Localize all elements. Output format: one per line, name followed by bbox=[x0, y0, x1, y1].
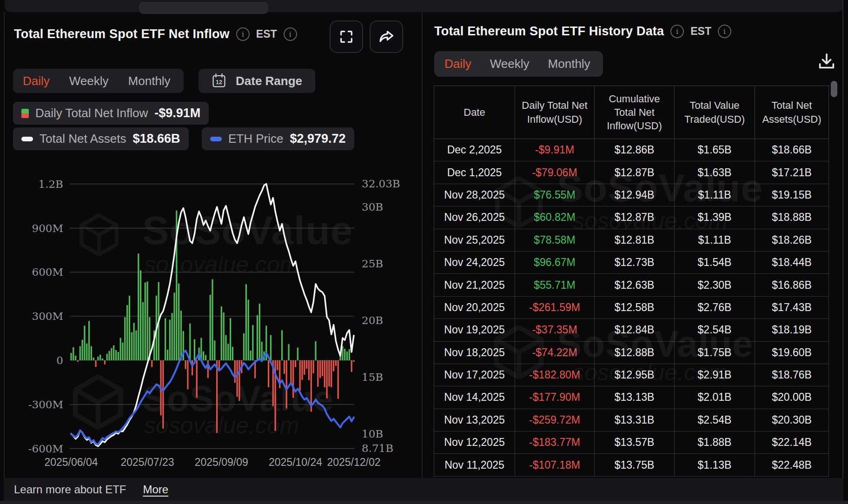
svg-text:20B: 20B bbox=[362, 314, 383, 326]
etf-dashboard: Total Ethereum Spot ETF Net Inflow EST D… bbox=[0, 0, 848, 504]
table-cell[interactable]: -$177.90M bbox=[515, 386, 595, 409]
table-cell[interactable]: $18.19B bbox=[755, 319, 829, 341]
table-cell[interactable]: $12.87B bbox=[595, 206, 675, 229]
table-cell[interactable]: -$9.91M bbox=[515, 139, 595, 161]
table-cell[interactable]: $2.91B bbox=[675, 364, 755, 386]
tab-monthly[interactable]: Monthly bbox=[548, 57, 590, 71]
table-title-info-icon[interactable] bbox=[670, 25, 684, 38]
table-row-date[interactable]: Nov 17,2025 bbox=[434, 364, 515, 386]
table-cell[interactable]: -$261.59M bbox=[515, 297, 595, 319]
table-cell[interactable]: $2.01B bbox=[675, 386, 755, 409]
table-cell[interactable]: $76.55M bbox=[515, 184, 595, 206]
table-cell[interactable]: $12.86B bbox=[595, 139, 675, 161]
table-cell[interactable]: $12.58B bbox=[595, 297, 675, 319]
table-cell[interactable]: -$182.80M bbox=[515, 364, 595, 386]
table-cell[interactable]: $1.39B bbox=[675, 206, 755, 229]
table-cell[interactable]: $12.95B bbox=[595, 364, 675, 386]
svg-text:8.71B: 8.71B bbox=[362, 442, 393, 454]
svg-text:-600M: -600M bbox=[28, 443, 63, 455]
table-cell[interactable]: $78.58M bbox=[515, 229, 595, 252]
download-button[interactable] bbox=[816, 51, 837, 74]
table-cell[interactable]: -$37.35M bbox=[515, 319, 595, 341]
svg-text:2025/10/24: 2025/10/24 bbox=[269, 456, 322, 468]
table-cell[interactable]: $1.63B bbox=[675, 161, 755, 184]
table-row-date[interactable]: Dec 2,2025 bbox=[434, 139, 515, 161]
table-cell[interactable]: $12.84B bbox=[595, 319, 675, 341]
table-row-date[interactable]: Nov 24,2025 bbox=[434, 252, 515, 274]
svg-text:2025/12/02: 2025/12/02 bbox=[327, 456, 380, 468]
table-row-date[interactable]: Nov 14,2025 bbox=[434, 386, 515, 409]
table-cell[interactable]: $17.43B bbox=[755, 297, 829, 319]
table-cell[interactable]: $18.66B bbox=[755, 139, 829, 161]
table-row-date[interactable]: Nov 19,2025 bbox=[434, 319, 515, 341]
table-cell[interactable]: $13.13B bbox=[595, 386, 675, 409]
table-cell[interactable]: $19.60B bbox=[755, 342, 829, 364]
timezone-label: EST bbox=[690, 25, 711, 38]
table-cell[interactable]: $1.13B bbox=[675, 454, 755, 476]
table-cell[interactable]: $1.54B bbox=[675, 252, 755, 274]
svg-text:1.2B: 1.2B bbox=[39, 178, 63, 190]
table-cell[interactable]: -$74.22M bbox=[515, 342, 595, 364]
table-cell[interactable]: $2.76B bbox=[675, 297, 755, 319]
table-row-date[interactable]: Nov 26,2025 bbox=[434, 206, 515, 229]
table-cell[interactable]: $20.30B bbox=[755, 409, 829, 431]
table-cell[interactable]: $1.88B bbox=[675, 431, 755, 454]
table-cell[interactable]: $12.87B bbox=[595, 161, 675, 184]
table-row-date[interactable]: Nov 18,2025 bbox=[434, 342, 515, 364]
table-cell[interactable]: $1.11B bbox=[675, 229, 755, 252]
table-row-date[interactable]: Nov 11,2025 bbox=[434, 454, 515, 476]
table-cell[interactable]: $13.31B bbox=[595, 409, 675, 431]
table-cell[interactable]: $18.88B bbox=[755, 206, 829, 229]
column-header: Total Value Traded(USD) bbox=[675, 86, 755, 139]
svg-text:2025/09/09: 2025/09/09 bbox=[195, 456, 248, 468]
table-row-date[interactable]: Nov 28,2025 bbox=[434, 184, 515, 206]
table-cell[interactable]: $60.82M bbox=[515, 206, 595, 229]
table-cell[interactable]: $2.30B bbox=[675, 274, 755, 296]
inflow-chart[interactable]: 1.2B900M600M300M0-300M-600M32.03B30B25B2… bbox=[0, 0, 422, 504]
column-header: Daily Total Net Inflow(USD) bbox=[515, 86, 595, 139]
table-cell[interactable]: $17.21B bbox=[755, 161, 829, 184]
table-cell[interactable]: -$107.18M bbox=[515, 454, 595, 476]
table-row-date[interactable]: Nov 20,2025 bbox=[434, 297, 515, 319]
svg-text:25B: 25B bbox=[362, 258, 383, 270]
footer-text: Learn more about ETF bbox=[14, 483, 126, 496]
table-cell[interactable]: $1.11B bbox=[675, 184, 755, 206]
table-cell[interactable]: -$79.06M bbox=[515, 161, 595, 184]
timezone-info-icon[interactable] bbox=[718, 25, 731, 38]
table-cell[interactable]: $22.14B bbox=[755, 431, 829, 454]
table-cell[interactable]: $20.00B bbox=[755, 386, 829, 409]
svg-text:2025/06/04: 2025/06/04 bbox=[44, 456, 98, 468]
table-cell[interactable]: $18.44B bbox=[755, 252, 829, 274]
table-cell[interactable]: $96.67M bbox=[515, 252, 595, 274]
table-cell[interactable]: $12.81B bbox=[595, 229, 675, 252]
tab-weekly[interactable]: Weekly bbox=[490, 57, 530, 71]
table-cell[interactable]: $12.88B bbox=[595, 342, 675, 364]
table-cell[interactable]: $1.65B bbox=[675, 139, 755, 161]
table-title-row: Total Ethereum Spot ETF History Data EST bbox=[434, 24, 731, 39]
table-cell[interactable]: $18.26B bbox=[755, 229, 829, 252]
footer-more-link[interactable]: More bbox=[143, 483, 168, 496]
table-cell[interactable]: $12.94B bbox=[595, 184, 675, 206]
table-cell[interactable]: -$183.77M bbox=[515, 431, 595, 454]
table-scrollbar[interactable] bbox=[831, 81, 837, 97]
table-row-date[interactable]: Nov 21,2025 bbox=[434, 274, 515, 296]
table-cell[interactable]: $2.54B bbox=[675, 409, 755, 431]
table-row-date[interactable]: Nov 13,2025 bbox=[434, 409, 515, 431]
table-cell[interactable]: $16.86B bbox=[755, 274, 829, 296]
table-cell[interactable]: $22.48B bbox=[755, 454, 829, 476]
table-row-date[interactable]: Nov 25,2025 bbox=[434, 229, 515, 252]
table-cell[interactable]: $55.71M bbox=[515, 274, 595, 296]
table-cell[interactable]: $13.57B bbox=[595, 431, 675, 454]
table-cell[interactable]: $12.63B bbox=[595, 274, 675, 296]
table-cell[interactable]: $13.75B bbox=[595, 454, 675, 476]
table-cell[interactable]: $18.76B bbox=[755, 364, 829, 386]
table-cell[interactable]: $2.54B bbox=[675, 319, 755, 341]
table-cell[interactable]: -$259.72M bbox=[515, 409, 595, 431]
svg-text:900M: 900M bbox=[32, 222, 63, 234]
tab-daily[interactable]: Daily bbox=[444, 57, 471, 71]
table-cell[interactable]: $12.73B bbox=[595, 252, 675, 274]
table-row-date[interactable]: Dec 1,2025 bbox=[434, 161, 515, 184]
table-cell[interactable]: $1.75B bbox=[675, 342, 755, 364]
table-cell[interactable]: $19.15B bbox=[755, 184, 829, 206]
table-row-date[interactable]: Nov 12,2025 bbox=[434, 431, 515, 454]
